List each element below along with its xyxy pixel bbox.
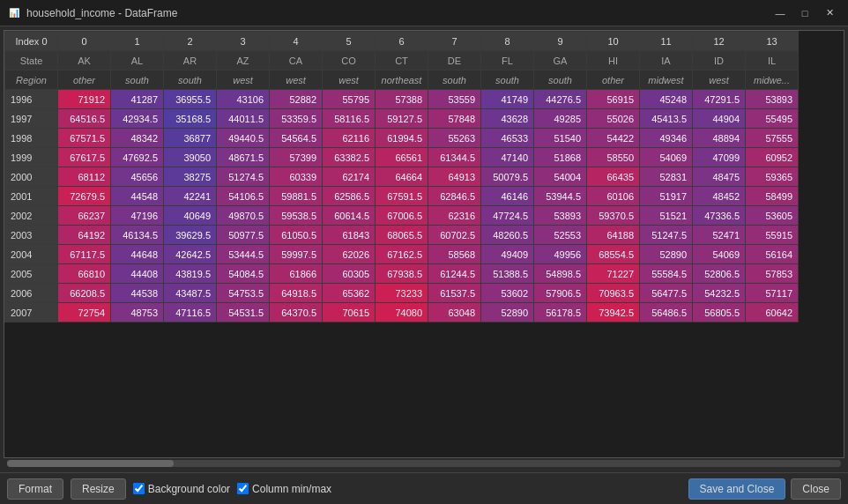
col-2: 2 [164,32,217,51]
data-cell: 63382.5 [323,148,376,167]
data-cell: 72679.5 [58,187,111,206]
data-cell: 53605 [746,206,799,226]
state-ga: GA [534,51,587,70]
table-wrapper[interactable]: Index 0 0 1 2 3 4 5 6 7 8 9 10 11 12 13 [4,30,844,458]
data-cell: 47336.5 [693,206,746,226]
data-cell: 62116 [323,129,376,148]
data-cell: 68112 [58,167,111,187]
data-cell: 73942.5 [587,303,640,322]
data-cell: 42934.5 [111,109,164,129]
year-cell: 2007 [5,303,58,322]
bg-color-checkbox[interactable] [133,483,145,494]
window-title: household_income - DataFrame [26,7,177,19]
region-13: midwe... [746,70,799,90]
data-cell: 62174 [323,167,376,187]
data-cell: 64516.5 [58,109,111,129]
data-cell: 39629.5 [164,226,217,245]
state-ct: CT [376,51,428,70]
data-table: Index 0 0 1 2 3 4 5 6 7 8 9 10 11 12 13 [4,31,799,322]
horizontal-scrollbar[interactable] [4,458,844,469]
data-cell: 70615 [323,303,376,322]
data-cell: 52890 [640,245,693,264]
col-6: 6 [376,32,428,51]
col-10: 10 [587,32,640,51]
data-cell: 61994.5 [376,129,428,148]
scrollbar-track [7,460,841,467]
minimize-button[interactable]: — [769,4,792,22]
format-button[interactable]: Format [7,478,63,500]
data-cell: 54084.5 [217,264,270,284]
data-cell: 43628 [481,109,534,129]
region-row: Region other south south west west west … [5,70,799,90]
data-cell: 54106.5 [217,187,270,206]
region-12: west [693,70,746,90]
year-cell: 1998 [5,129,58,148]
data-cell: 53359.5 [270,109,323,129]
maximize-button[interactable]: □ [793,4,816,22]
resize-button[interactable]: Resize [71,478,126,500]
data-cell: 62586.5 [323,187,376,206]
data-cell: 35168.5 [164,109,217,129]
data-cell: 53559 [428,90,481,109]
table-body: 1996719124128736955.54310652882557955738… [5,90,799,322]
data-cell: 62026 [323,245,376,264]
data-cell: 66208.5 [58,284,111,303]
data-cell: 56915 [587,90,640,109]
bg-color-checkbox-label[interactable]: Background color [133,483,230,495]
bottom-left-controls: Format Resize Background color Column mi… [7,478,331,500]
data-cell: 66237 [58,206,111,226]
state-ar: AR [164,51,217,70]
col-minmax-checkbox-label[interactable]: Column min/max [237,483,331,495]
data-cell: 42642.5 [164,245,217,264]
state-al: AL [111,51,164,70]
year-cell: 1999 [5,148,58,167]
window-close-button[interactable]: ✕ [818,4,841,22]
data-cell: 54564.5 [270,129,323,148]
table-row: 2005668104440843819.554084.5618666030567… [5,264,799,284]
state-az: AZ [217,51,270,70]
data-cell: 55495 [746,109,799,129]
col-minmax-checkbox[interactable] [237,483,249,494]
data-cell: 47196 [111,206,164,226]
col-7: 7 [428,32,481,51]
scrollbar-thumb[interactable] [7,460,174,467]
data-cell: 51274.5 [217,167,270,187]
data-cell: 64188 [587,226,640,245]
data-cell: 48753 [111,303,164,322]
data-cell: 61050.5 [270,226,323,245]
data-cell: 49346 [640,129,693,148]
data-cell: 54422 [587,129,640,148]
state-de: DE [428,51,481,70]
data-cell: 60952 [746,148,799,167]
data-cell: 60106 [587,187,640,206]
save-close-button[interactable]: Save and Close [688,478,786,500]
data-cell: 47692.5 [111,148,164,167]
data-cell: 54753.5 [217,284,270,303]
data-cell: 68554.5 [587,245,640,264]
region-3: west [217,70,270,90]
data-cell: 71227 [587,264,640,284]
data-cell: 59881.5 [270,187,323,206]
data-cell: 61344.5 [428,148,481,167]
data-cell: 49956 [534,245,587,264]
data-cell: 54004 [534,167,587,187]
data-cell: 60614.5 [323,206,376,226]
region-1: south [111,70,164,90]
data-cell: 61244.5 [428,264,481,284]
data-cell: 59538.5 [270,206,323,226]
close-button[interactable]: Close [791,478,841,500]
data-cell: 49409 [481,245,534,264]
col-13: 13 [746,32,799,51]
year-cell: 2002 [5,206,58,226]
region-0: other [58,70,111,90]
table-row: 200666208.54453843487.554753.564918.5653… [5,284,799,303]
data-cell: 47099 [693,148,746,167]
title-bar: 📊 household_income - DataFrame — □ ✕ [0,0,848,26]
data-cell: 50079.5 [481,167,534,187]
data-cell: 49870.5 [217,206,270,226]
data-cell: 51917 [640,187,693,206]
data-cell: 44538 [111,284,164,303]
data-cell: 60339 [270,167,323,187]
data-cell: 57399 [270,148,323,167]
bottom-bar: Format Resize Background color Column mi… [0,472,848,504]
